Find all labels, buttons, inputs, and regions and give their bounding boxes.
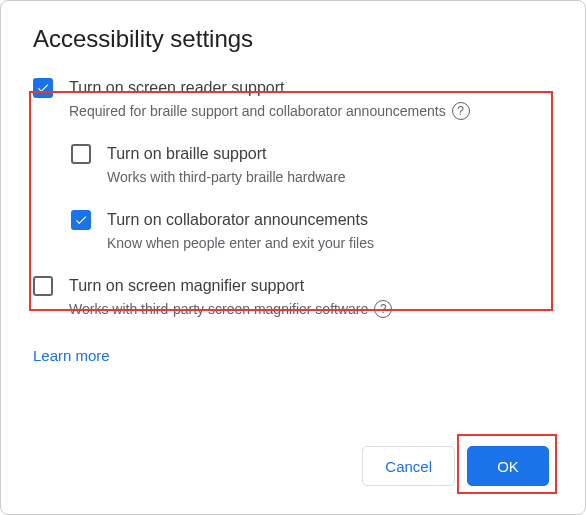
option-text: Turn on collaborator announcements Know … [107, 209, 374, 253]
accessibility-settings-dialog: Accessibility settings Turn on screen re… [0, 0, 586, 515]
option-magnifier: Turn on screen magnifier support Works w… [33, 275, 553, 319]
option-text: Turn on braille support Works with third… [107, 143, 346, 187]
label-text: Turn on screen reader support [69, 77, 285, 99]
label-text: Turn on braille support [107, 143, 267, 165]
ok-button[interactable]: OK [467, 446, 549, 486]
help-icon[interactable]: ? [374, 300, 392, 318]
option-desc: Required for braille support and collabo… [69, 101, 470, 121]
desc-text: Works with third-party braille hardware [107, 167, 346, 187]
desc-text: Know when people enter and exit your fil… [107, 233, 374, 253]
option-collab: Turn on collaborator announcements Know … [71, 209, 553, 253]
option-label: Turn on braille support [107, 143, 346, 165]
option-text: Turn on screen magnifier support Works w… [69, 275, 392, 319]
learn-more-link[interactable]: Learn more [33, 347, 110, 364]
option-desc: Know when people enter and exit your fil… [107, 233, 374, 253]
checkbox-braille[interactable] [71, 144, 91, 164]
help-icon[interactable]: ? [452, 102, 470, 120]
checkbox-screen-reader[interactable] [33, 78, 53, 98]
checkmark-icon [74, 213, 88, 227]
option-text: Turn on screen reader support Required f… [69, 77, 470, 121]
option-screen-reader: Turn on screen reader support Required f… [33, 77, 553, 121]
cancel-button[interactable]: Cancel [362, 446, 455, 486]
desc-text: Required for braille support and collabo… [69, 101, 446, 121]
label-text: Turn on screen magnifier support [69, 275, 304, 297]
option-desc: Works with third-party screen magnifier … [69, 299, 392, 319]
desc-text: Works with third-party screen magnifier … [69, 299, 368, 319]
options-block: Turn on screen reader support Required f… [33, 77, 553, 319]
dialog-title: Accessibility settings [33, 25, 553, 53]
option-label: Turn on screen magnifier support [69, 275, 392, 297]
dialog-footer: Cancel OK [362, 446, 549, 486]
checkbox-magnifier[interactable] [33, 276, 53, 296]
checkmark-icon [36, 81, 50, 95]
option-label: Turn on collaborator announcements [107, 209, 374, 231]
option-braille: Turn on braille support Works with third… [71, 143, 553, 187]
label-text: Turn on collaborator announcements [107, 209, 368, 231]
option-desc: Works with third-party braille hardware [107, 167, 346, 187]
checkbox-collab[interactable] [71, 210, 91, 230]
option-label: Turn on screen reader support [69, 77, 470, 99]
